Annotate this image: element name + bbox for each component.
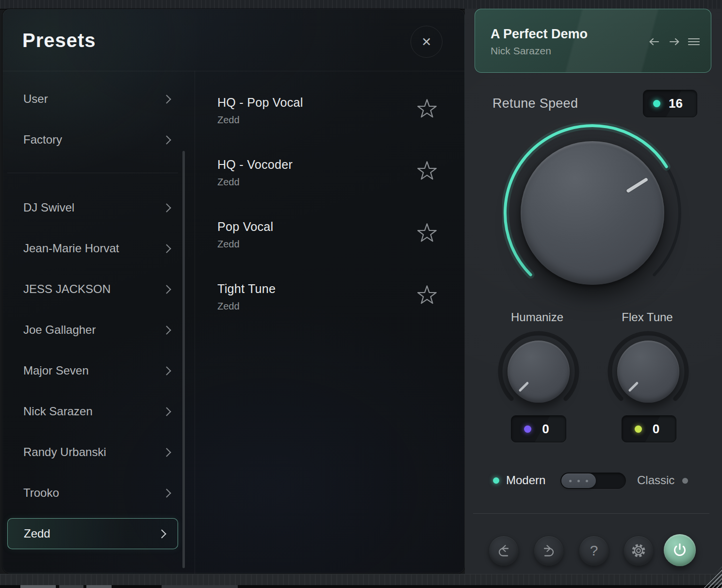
sidebar-scrollbar[interactable]: [182, 151, 185, 568]
flex-tune-knob[interactable]: [617, 341, 679, 403]
chevron-right-icon: [162, 244, 171, 253]
flex-tune-value: 0: [642, 422, 676, 437]
folder-label: Zedd: [24, 527, 50, 540]
flex-tune-label: Flex Tune: [604, 310, 691, 324]
preset-name: Tight Tune: [217, 282, 411, 296]
piano-keys-strip: [0, 585, 722, 588]
help-icon: ?: [590, 542, 598, 559]
sidebar-item-zedd-selected[interactable]: Zedd: [7, 518, 178, 549]
retune-speed-value-box[interactable]: 16: [643, 90, 697, 117]
star-icon: [416, 284, 438, 305]
sidebar-item-trooko[interactable]: Trooko: [13, 479, 177, 506]
chevron-right-icon: [162, 489, 171, 497]
favorite-star-button[interactable]: [416, 222, 438, 243]
folder-label: Major Seven: [23, 364, 89, 377]
retune-speed-led: [653, 100, 660, 107]
chevron-right-icon: [162, 326, 171, 334]
help-button[interactable]: ?: [579, 536, 609, 566]
sidebar-item-joe-gallagher[interactable]: Joe Gallagher: [13, 316, 177, 343]
preset-row[interactable]: Tight Tune Zedd: [217, 282, 411, 312]
arrow-right-icon: [667, 34, 682, 49]
mode-toggle-switch[interactable]: [560, 473, 626, 489]
retune-speed-knob[interactable]: [521, 141, 664, 285]
sidebar-item-jean-marie-horvat[interactable]: Jean-Marie Horvat: [13, 235, 177, 262]
preset-menu-button[interactable]: [687, 34, 701, 49]
chevron-right-icon: [162, 285, 171, 294]
classic-mode-label[interactable]: Classic: [637, 474, 674, 487]
current-preset-card[interactable]: A Perfect Demo Nick Sarazen: [475, 9, 711, 73]
retune-speed-label: Retune Speed: [492, 96, 578, 111]
gear-icon: [630, 542, 647, 559]
sidebar-item-dj-swivel[interactable]: DJ Swivel: [13, 194, 177, 221]
folder-label: User: [23, 92, 48, 106]
folder-label: Nick Sarazen: [23, 405, 93, 418]
close-button[interactable]: ✕: [410, 26, 443, 58]
folder-label: Joe Gallagher: [23, 323, 96, 337]
chevron-right-icon: [162, 203, 171, 212]
favorite-star-button[interactable]: [416, 98, 438, 119]
toggle-handle[interactable]: [561, 474, 596, 488]
sidebar-item-factory[interactable]: Factory: [13, 126, 177, 153]
presets-panel: Presets ✕ User Factory DJ Swivel Jean-Ma…: [2, 9, 465, 573]
sidebar-item-jess-jackson[interactable]: JESS JACKSON: [13, 276, 177, 303]
footer-divider: [473, 513, 709, 514]
window-top-edge: [0, 0, 722, 10]
sidebar-item-nick-sarazen[interactable]: Nick Sarazen: [13, 398, 177, 425]
folder-label: JESS JACKSON: [23, 282, 111, 296]
piano-key: [20, 585, 56, 588]
power-button[interactable]: [664, 534, 696, 566]
folder-label: Randy Urbanski: [23, 445, 106, 459]
previous-preset-button[interactable]: [647, 34, 661, 49]
sidebar-group-divider: [7, 173, 178, 173]
modern-mode-label[interactable]: Modern: [506, 474, 545, 487]
humanize-led: [524, 425, 531, 433]
folder-label: Jean-Marie Horvat: [23, 242, 119, 255]
piano-key: [162, 585, 238, 588]
arrow-left-icon: [647, 34, 661, 49]
header-divider: [3, 71, 464, 71]
undo-button[interactable]: [489, 536, 519, 566]
modern-active-led: [493, 477, 499, 484]
column-divider: [195, 71, 195, 574]
star-icon: [416, 160, 438, 181]
chevron-right-icon: [157, 529, 166, 538]
preset-name: HQ - Vocoder: [217, 158, 411, 172]
humanize-value-box[interactable]: 0: [511, 415, 566, 442]
next-preset-button[interactable]: [667, 34, 682, 49]
settings-button[interactable]: [624, 536, 654, 566]
current-preset-author: Nick Sarazen: [491, 45, 551, 57]
presets-panel-title: Presets: [22, 30, 96, 51]
redo-button[interactable]: [534, 536, 564, 566]
humanize-value: 0: [531, 422, 566, 437]
folder-label: DJ Swivel: [23, 201, 74, 214]
favorite-star-button[interactable]: [416, 284, 438, 305]
preset-row[interactable]: Pop Vocal Zedd: [217, 220, 411, 250]
sidebar-item-randy-urbanski[interactable]: Randy Urbanski: [13, 439, 177, 466]
power-icon: [671, 541, 689, 559]
favorite-star-button[interactable]: [416, 160, 438, 181]
close-icon: ✕: [422, 35, 432, 49]
knob-indicator: [626, 178, 648, 193]
chevron-right-icon: [162, 448, 171, 457]
hamburger-menu-icon: [687, 34, 701, 49]
star-icon: [416, 98, 438, 119]
star-icon: [416, 222, 438, 243]
preset-artist: Zedd: [217, 301, 411, 312]
humanize-knob[interactable]: [508, 341, 570, 403]
chevron-right-icon: [162, 135, 171, 144]
flex-tune-value-box[interactable]: 0: [622, 415, 676, 442]
chevron-right-icon: [162, 366, 171, 375]
folder-label: Factory: [23, 133, 62, 147]
undo-icon: [496, 543, 511, 558]
sidebar-item-user[interactable]: User: [13, 85, 177, 113]
preset-name: Pop Vocal: [217, 220, 411, 234]
piano-key: [59, 585, 83, 588]
preset-artist: Zedd: [217, 114, 411, 126]
preset-name: HQ - Pop Vocal: [217, 96, 411, 110]
sidebar-item-major-seven[interactable]: Major Seven: [13, 357, 177, 384]
preset-row[interactable]: HQ - Vocoder Zedd: [217, 158, 411, 188]
humanize-label: Humanize: [493, 310, 581, 324]
preset-artist: Zedd: [217, 239, 411, 250]
preset-row[interactable]: HQ - Pop Vocal Zedd: [217, 96, 411, 126]
main-control-panel: A Perfect Demo Nick Sarazen Retune Speed…: [465, 9, 722, 574]
